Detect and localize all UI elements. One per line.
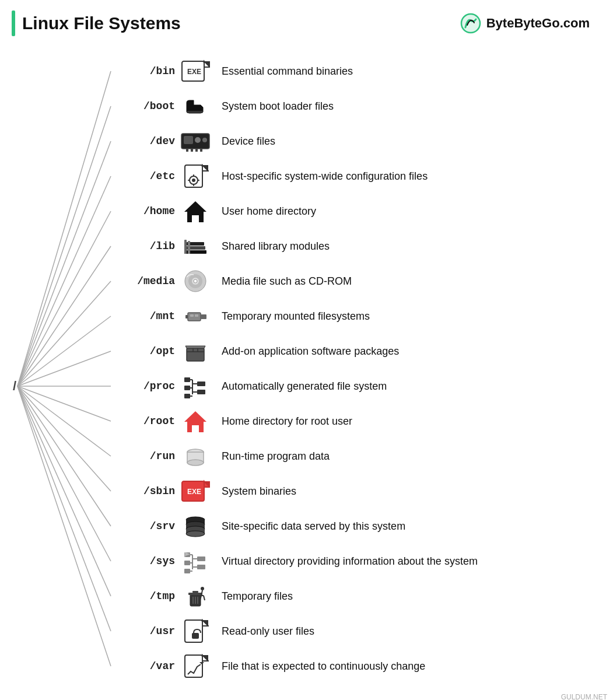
fs-description: Run-time program data	[216, 450, 330, 463]
green-bar	[12, 10, 15, 36]
svg-rect-73	[192, 425, 199, 432]
svg-line-15	[17, 386, 111, 526]
svg-line-10	[17, 351, 111, 386]
fs-path: /sys	[122, 555, 175, 567]
fs-icon	[175, 234, 216, 258]
fs-description: System boot loader files	[216, 100, 334, 113]
svg-rect-24	[187, 111, 203, 113]
fs-icon	[175, 304, 216, 328]
list-item: /lib Shared library modules	[122, 229, 613, 264]
svg-rect-64	[197, 390, 205, 394]
svg-rect-103	[192, 591, 198, 593]
tree-area: /	[0, 54, 117, 695]
list-item: /media Media file such as CD-ROM	[122, 264, 613, 299]
fs-path: /usr	[122, 625, 175, 637]
fs-description: Site-specific data served by this system	[216, 520, 405, 533]
svg-rect-111	[192, 633, 199, 639]
fs-path: /home	[122, 205, 175, 217]
title-area: Linux File Systems	[12, 10, 181, 36]
svg-line-6	[17, 211, 111, 386]
fs-icon	[175, 409, 216, 433]
svg-rect-41	[197, 180, 199, 181]
list-item: /bin EXE Essential command binaries	[122, 54, 613, 89]
svg-rect-32	[200, 149, 202, 152]
svg-rect-59	[187, 348, 204, 361]
list-item: /sys Virtual directory providing informa…	[122, 544, 613, 579]
fs-description: System binaries	[216, 485, 296, 498]
list-item: /usr Read-only user files	[122, 614, 613, 649]
fs-path: /boot	[122, 100, 175, 112]
fs-description: Temporary files	[216, 590, 293, 603]
svg-point-28	[202, 138, 207, 142]
fs-path: /dev	[122, 135, 175, 147]
fs-description: Automatically generated file system	[216, 380, 387, 393]
brand-logo: ByteByteGo.com	[460, 12, 590, 34]
list-item: /etc Host-specific system-wide configura…	[122, 159, 613, 194]
fs-description: Home directory for root user	[216, 415, 352, 428]
svg-text:EXE: EXE	[187, 68, 201, 76]
fs-path: /srv	[122, 520, 175, 532]
fs-path: /mnt	[122, 310, 175, 322]
svg-point-76	[187, 460, 204, 466]
fs-description: Shared library modules	[216, 240, 330, 253]
svg-rect-92	[197, 565, 205, 569]
fs-path: /run	[122, 450, 175, 462]
fs-path: /etc	[122, 170, 175, 182]
svg-line-9	[17, 316, 111, 386]
svg-line-2	[17, 71, 111, 386]
list-item: /home User home directory	[122, 194, 613, 229]
list-item: /root Home directory for root user	[122, 404, 613, 439]
svg-rect-45	[184, 250, 206, 254]
svg-rect-56	[190, 314, 194, 317]
fs-description: Device files	[216, 135, 275, 148]
svg-line-8	[17, 281, 111, 386]
svg-line-4	[17, 141, 111, 386]
svg-marker-42	[184, 201, 206, 212]
fs-path: /sbin	[122, 485, 175, 497]
svg-rect-38	[193, 174, 194, 177]
svg-rect-57	[195, 314, 198, 317]
fs-path: /lib	[122, 240, 175, 252]
fs-icon	[175, 129, 216, 153]
list-item: /boot System boot loader files	[122, 89, 613, 124]
fs-path: /var	[122, 660, 175, 672]
fs-path: /tmp	[122, 590, 175, 602]
svg-rect-49	[188, 241, 190, 254]
list-item: /opt Add-on application software package…	[122, 334, 613, 369]
svg-point-37	[192, 178, 195, 182]
svg-line-18	[17, 386, 111, 631]
fs-path: /root	[122, 415, 175, 427]
tree-lines-svg	[0, 54, 117, 695]
svg-rect-99	[184, 552, 185, 557]
fs-icon: EXE	[175, 59, 216, 83]
svg-point-53	[194, 279, 197, 283]
svg-text:EXE: EXE	[187, 488, 201, 496]
brand-icon	[460, 12, 482, 34]
svg-rect-60	[184, 377, 190, 382]
svg-line-3	[17, 106, 111, 386]
svg-rect-55	[201, 314, 206, 319]
svg-line-17	[17, 386, 111, 596]
watermark: GULDUM.NET	[561, 693, 607, 700]
svg-rect-89	[184, 561, 190, 565]
svg-rect-63	[197, 382, 205, 386]
fs-icon	[175, 164, 216, 188]
svg-rect-62	[184, 394, 190, 398]
fs-description: User home directory	[216, 205, 316, 218]
fs-description: Host-specific system-wide configuration …	[216, 170, 428, 183]
fs-icon	[175, 514, 216, 538]
fs-path: /proc	[122, 380, 175, 392]
list-item: /proc Automatically generated file syste…	[122, 369, 613, 404]
svg-rect-54	[188, 313, 201, 321]
fs-description: Temporary mounted filesystems	[216, 310, 370, 323]
svg-point-87	[186, 531, 205, 537]
list-item: /srv Site-specific data served by this s…	[122, 509, 613, 544]
svg-rect-48	[184, 240, 187, 254]
fs-icon: EXE	[175, 479, 216, 503]
header: Linux File Systems ByteByteGo.com	[0, 0, 613, 42]
main-content: / /bin EXE Essential command binaries/bo…	[0, 42, 613, 700]
fs-icon	[175, 584, 216, 608]
svg-point-107	[201, 587, 204, 590]
svg-marker-71	[184, 411, 206, 422]
fs-icon	[175, 374, 216, 398]
